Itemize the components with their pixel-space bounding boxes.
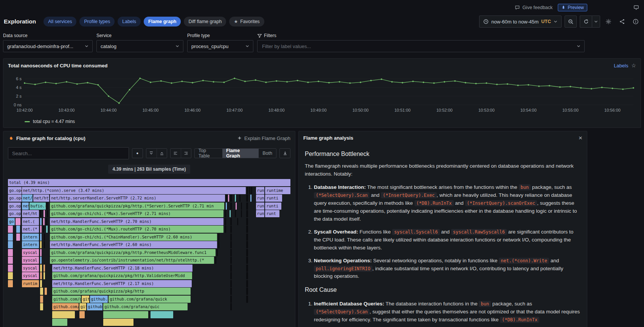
labels-link[interactable]: Labels — [614, 63, 628, 69]
focus-block-button[interactable]: ● — [132, 149, 143, 158]
flame-frame-small[interactable] — [43, 226, 44, 233]
flame-frame[interactable]: runt — [256, 210, 265, 217]
flame-frame-small[interactable] — [218, 234, 219, 241]
flame-frame[interactable]: net — [22, 202, 29, 210]
flame-frame-small[interactable] — [16, 226, 20, 233]
flame-frame-small[interactable] — [246, 234, 248, 241]
flame-frame[interactable]: net/http — [33, 195, 50, 202]
flame-frame[interactable]: total (4.39 mins) — [8, 179, 290, 186]
flame-frame-small[interactable] — [230, 296, 232, 303]
flame-frame-small[interactable] — [40, 296, 43, 303]
flame-frame[interactable]: runt — [256, 202, 265, 210]
flame-frame-small[interactable] — [40, 257, 42, 264]
flame-frame-small[interactable] — [218, 241, 219, 248]
flame-frame-small[interactable] — [230, 303, 232, 310]
flame-frame-small[interactable] — [43, 218, 45, 225]
kiosk-mode-button[interactable] — [632, 3, 640, 11]
flame-frame-small[interactable] — [40, 241, 42, 248]
settings-button[interactable] — [603, 16, 614, 27]
flame-frame-small[interactable] — [230, 257, 232, 264]
collapse-all-button[interactable] — [146, 149, 157, 158]
flame-frame-small[interactable] — [47, 210, 48, 217]
flame-frame-small[interactable] — [230, 218, 232, 225]
flame-frame-small[interactable] — [241, 202, 242, 210]
flame-frame-small[interactable] — [217, 249, 218, 256]
flame-frame-small[interactable] — [40, 272, 42, 279]
flame-frame-small[interactable] — [225, 218, 226, 225]
flame-frame-small[interactable] — [235, 195, 236, 202]
zoom-out-button[interactable] — [565, 16, 577, 28]
tab-favorites[interactable]: ★ Favorites — [229, 17, 264, 26]
flame-frame-small[interactable] — [246, 280, 248, 287]
flame-frame-small[interactable] — [8, 265, 13, 272]
flame-frame-small[interactable] — [246, 202, 248, 210]
flame-frame-small[interactable] — [79, 311, 85, 318]
flame-frame-small[interactable] — [47, 202, 48, 210]
flame-frame-small[interactable] — [230, 280, 232, 287]
flame-frame[interactable]: runt — [256, 195, 265, 202]
flame-frame[interactable]: runti — [265, 202, 281, 210]
flame-frame-small[interactable] — [103, 319, 133, 326]
service-select[interactable]: catalog — [96, 40, 183, 52]
flame-frame[interactable]: intern — [22, 234, 39, 241]
flame-frame-small[interactable] — [246, 249, 248, 256]
flame-frame[interactable]: bufio.( — [29, 202, 46, 210]
flame-frame[interactable]: github.com/grafana/quickpizza/pkg/http.P… — [50, 249, 216, 256]
share-button[interactable] — [617, 16, 627, 27]
flame-frame-small[interactable] — [40, 249, 42, 256]
flame-frame[interactable]: runt — [256, 187, 265, 194]
flame-frame[interactable]: net/http.(*conn).serve (3.47 mins) — [22, 187, 246, 194]
flame-frame[interactable]: intern — [22, 241, 39, 248]
flame-frame-small[interactable] — [40, 218, 42, 225]
flame-frame-small[interactable] — [226, 202, 227, 210]
profile-type-select[interactable]: process_cpu/cpu — [187, 40, 253, 52]
flame-frame[interactable]: runtime — [265, 187, 290, 194]
flame-frame-small[interactable] — [44, 241, 45, 248]
flame-frame-small[interactable] — [151, 311, 173, 318]
refresh-button[interactable] — [580, 16, 592, 28]
flame-frame-small[interactable] — [8, 234, 13, 241]
view-option-top-table[interactable]: Top Table — [195, 149, 222, 158]
flame-frame-small[interactable] — [226, 195, 227, 202]
align-left-button[interactable] — [171, 149, 181, 158]
flame-frame[interactable]: git — [79, 303, 86, 310]
legend-item-total-cpu[interactable]: total cpu = 4.47 mins — [7, 117, 637, 124]
flame-frame-small[interactable] — [8, 241, 13, 248]
flame-frame-small[interactable] — [43, 265, 45, 272]
flame-frame[interactable]: go.ope — [8, 187, 22, 194]
flame-frame[interactable]: github.com/go-chi/chi.(*Mux).routeHTTP (… — [50, 226, 223, 233]
view-option-flame-graph[interactable]: Flame Graph — [222, 149, 259, 158]
flame-frame-small[interactable] — [246, 296, 248, 303]
flame-frame-small[interactable] — [40, 303, 43, 310]
data-source-select[interactable]: grafanacloud-demoinfra-prof... — [3, 40, 93, 52]
flame-frame-small[interactable] — [40, 288, 43, 295]
flame-frame-small[interactable] — [43, 210, 45, 217]
flame-frame[interactable]: net/ht — [22, 210, 39, 217]
flame-frame[interactable]: syscal — [22, 249, 39, 256]
time-range-picker[interactable]: now-60m to now-45m UTC — [479, 16, 562, 28]
flame-frame[interactable]: github.com/gr — [52, 296, 81, 303]
flame-frame-small[interactable] — [246, 210, 248, 217]
flame-frame-small[interactable] — [8, 280, 13, 287]
flame-frame-small[interactable] — [40, 210, 41, 217]
flame-frame-small[interactable] — [249, 187, 250, 194]
flame-frame-small[interactable] — [52, 311, 75, 318]
flame-frame-small[interactable] — [230, 265, 232, 272]
flame-frame-small[interactable] — [246, 218, 248, 225]
flame-frame[interactable]: net/http.HandlerFunc.ServeHTTP (2.17 min… — [52, 280, 192, 287]
flame-frame-small[interactable] — [40, 265, 42, 272]
flame-frame-small[interactable] — [52, 319, 67, 326]
expand-all-button[interactable] — [157, 149, 167, 158]
flame-frame-small[interactable] — [250, 195, 251, 202]
flame-frame-small[interactable] — [246, 257, 248, 264]
flame-frame-small[interactable] — [46, 226, 48, 233]
info-button[interactable] — [630, 16, 641, 27]
flame-frame[interactable]: github.com/gr — [52, 303, 79, 310]
view-option-both[interactable]: Both — [259, 149, 276, 158]
flame-frame-small[interactable] — [230, 210, 231, 217]
flame-frame[interactable]: go.ope — [8, 210, 21, 217]
align-right-button[interactable] — [181, 149, 191, 158]
flame-frame-small[interactable] — [225, 226, 226, 233]
flame-frame[interactable]: net.(* — [22, 226, 39, 233]
flame-frame[interactable]: runt — [265, 210, 279, 217]
